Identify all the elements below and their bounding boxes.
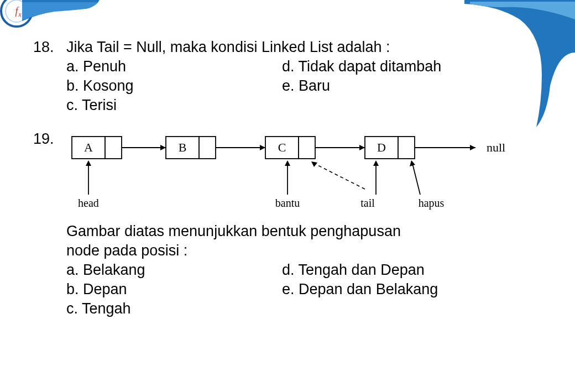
option-b: b. Depan — [66, 281, 276, 298]
options-grid: a. Penuh d. Tidak dapat ditambah b. Koso… — [66, 58, 542, 114]
question-18: 18. Jika Tail = Null, maka kondisi Linke… — [33, 39, 542, 114]
node-label: B — [179, 140, 187, 154]
question-number: 18. — [33, 39, 66, 56]
option-d: d. Tidak dapat ditambah — [282, 58, 542, 75]
option-a: a. Belakang — [66, 262, 276, 279]
svg-marker-25 — [373, 160, 379, 166]
node-label: D — [377, 140, 386, 154]
svg-rect-17 — [398, 137, 415, 159]
svg-marker-19 — [470, 145, 475, 150]
node-label: C — [278, 140, 286, 154]
svg-marker-21 — [86, 160, 91, 166]
svg-marker-15 — [359, 145, 365, 150]
question-text-line2: node pada posisi : — [66, 242, 542, 259]
svg-marker-29 — [311, 161, 317, 167]
svg-marker-23 — [285, 160, 290, 166]
option-c: c. Terisi — [66, 97, 276, 114]
bantu-label: bantu — [275, 197, 300, 209]
option-e: e. Baru — [282, 77, 542, 95]
node-d: D — [365, 137, 415, 159]
option-e: e. Depan dan Belakang — [282, 281, 542, 298]
svg-point-1 — [6, 0, 28, 22]
option-d: d. Tengah dan Depan — [282, 262, 542, 279]
badge-icon: f x — [0, 0, 33, 28]
svg-rect-9 — [199, 137, 216, 159]
node-a: A — [72, 137, 122, 159]
svg-line-26 — [412, 161, 420, 195]
tail-label: tail — [360, 197, 375, 209]
page-decoration: f x — [0, 0, 575, 28]
node-b: B — [166, 137, 216, 159]
option-a: a. Penuh — [66, 58, 276, 75]
option-b: b. Kosong — [66, 77, 276, 95]
question-text: Jika Tail = Null, maka kondisi Linked Li… — [66, 39, 542, 56]
svg-rect-5 — [105, 137, 122, 159]
head-label: head — [78, 197, 99, 209]
node-c: C — [265, 137, 315, 159]
options-grid: a. Belakang d. Tengah dan Depan b. Depan… — [66, 262, 542, 317]
node-label: A — [84, 140, 93, 154]
linked-list-diagram: A B — [66, 134, 542, 215]
question-number: 19. — [33, 130, 66, 148]
question-19: 19. A — [33, 130, 542, 317]
svg-text:x: x — [18, 11, 22, 18]
svg-point-0 — [1, 0, 32, 27]
svg-line-28 — [312, 163, 365, 189]
hapus-label: hapus — [419, 197, 445, 210]
svg-marker-7 — [160, 145, 166, 150]
null-label: null — [487, 140, 505, 154]
content-area: 18. Jika Tail = Null, maka kondisi Linke… — [33, 39, 542, 334]
question-text-line1: Gambar diatas menunjukkan bentuk penghap… — [66, 223, 542, 240]
ribbon-icon — [22, 0, 100, 21]
svg-marker-11 — [260, 145, 265, 150]
svg-rect-13 — [299, 137, 315, 159]
option-c: c. Tengah — [66, 300, 276, 317]
svg-marker-27 — [410, 160, 415, 166]
svg-text:f: f — [15, 6, 19, 17]
